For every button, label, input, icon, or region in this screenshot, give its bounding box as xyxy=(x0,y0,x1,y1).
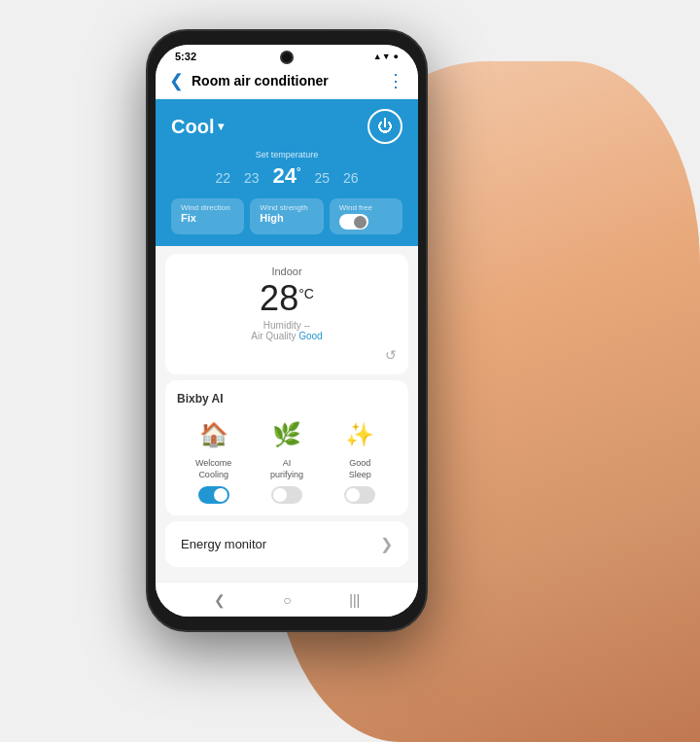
wind-strength-chip[interactable]: Wind strength High xyxy=(250,198,323,234)
top-nav: ❮ Room air conditioner ⋮ xyxy=(156,66,418,99)
ai-purifying-toggle[interactable] xyxy=(271,486,302,504)
wind-free-toggle[interactable] xyxy=(339,214,368,230)
wind-direction-chip[interactable]: Wind direction Fix xyxy=(171,198,244,234)
ai-purifying-label: AIpurifying xyxy=(270,458,303,480)
indoor-card-footer: ↺ xyxy=(177,347,397,363)
energy-monitor-row[interactable]: Energy monitor ❯ xyxy=(165,521,408,567)
bixby-good-sleep: ✨ GoodSleep xyxy=(340,415,379,504)
indoor-temp-unit: °C xyxy=(298,287,314,300)
indoor-temp-value: 28 xyxy=(260,281,298,316)
indoor-humidity: Humidity -- xyxy=(177,320,397,331)
energy-monitor-label: Energy monitor xyxy=(181,537,266,551)
energy-monitor-chevron: ❯ xyxy=(380,535,393,553)
wind-direction-label: Wind direction xyxy=(181,203,234,212)
main-content: Indoor 28 °C Humidity -- Air Quality Goo… xyxy=(156,246,418,582)
scene: 5:32 ▲▼ ● ❮ Room air conditioner ⋮ Cool … xyxy=(0,0,700,742)
welcome-cooling-knob xyxy=(214,488,228,502)
wind-direction-value: Fix xyxy=(181,212,234,224)
mode-text: Cool xyxy=(171,116,214,138)
good-sleep-icon: ✨ xyxy=(340,415,379,454)
good-sleep-toggle[interactable] xyxy=(344,486,375,504)
temperature-selector: 22 23 24° 25 26 xyxy=(171,163,402,189)
temp-25[interactable]: 25 xyxy=(314,170,330,186)
battery-icon: ● xyxy=(394,52,399,61)
temp-unit: ° xyxy=(297,165,300,177)
wind-free-label: Wind free xyxy=(339,203,372,212)
wind-strength-value: High xyxy=(260,212,313,224)
refresh-button[interactable]: ↺ xyxy=(385,347,397,363)
mode-arrow-icon: ▾ xyxy=(218,120,224,133)
temp-24-active[interactable]: 24° xyxy=(273,163,301,189)
good-sleep-label: GoodSleep xyxy=(349,458,371,480)
ac-header: Cool ▾ ⏻ Set temperature 22 23 24° 25 26 xyxy=(156,99,418,246)
power-button[interactable]: ⏻ xyxy=(368,109,402,144)
set-temp-label: Set temperature xyxy=(171,150,402,159)
welcome-cooling-toggle[interactable] xyxy=(198,486,229,504)
power-icon: ⏻ xyxy=(377,118,393,135)
phone-screen: 5:32 ▲▼ ● ❮ Room air conditioner ⋮ Cool … xyxy=(156,45,418,617)
bixby-ai-purifying: 🌿 AIpurifying xyxy=(267,415,306,504)
bixby-items: 🏠 WelcomeCooling 🌿 AIpurifying xyxy=(177,415,397,504)
page-title: Room air conditioner xyxy=(192,73,379,88)
wind-strength-label: Wind strength xyxy=(260,203,313,212)
ai-purifying-icon: 🌿 xyxy=(267,415,306,454)
air-quality-label: Air Quality xyxy=(251,331,296,341)
nav-back-button[interactable]: ❮ xyxy=(214,592,226,608)
air-quality-value: Good xyxy=(298,331,322,341)
indoor-card: Indoor 28 °C Humidity -- Air Quality Goo… xyxy=(165,254,408,374)
indoor-temperature: 28 °C xyxy=(177,281,397,316)
status-icons: ▲▼ ● xyxy=(373,52,399,61)
phone-device: 5:32 ▲▼ ● ❮ Room air conditioner ⋮ Cool … xyxy=(146,29,428,632)
ai-purifying-knob xyxy=(273,488,287,502)
mode-selector[interactable]: Cool ▾ xyxy=(171,116,224,138)
phone-camera xyxy=(280,51,294,64)
bixby-card: Bixby AI 🏠 WelcomeCooling 🌿 AIpurifying xyxy=(165,380,408,515)
indoor-label: Indoor xyxy=(177,265,397,277)
bixby-title: Bixby AI xyxy=(177,392,397,406)
status-time: 5:32 xyxy=(175,51,196,62)
welcome-cooling-icon: 🏠 xyxy=(194,415,233,454)
wind-free-chip[interactable]: Wind free xyxy=(330,198,402,234)
nav-home-button[interactable]: ○ xyxy=(283,592,291,608)
more-button[interactable]: ⋮ xyxy=(387,70,404,91)
back-button[interactable]: ❮ xyxy=(169,70,184,91)
welcome-cooling-label: WelcomeCooling xyxy=(195,458,231,480)
indoor-air-quality: Air Quality Good xyxy=(177,331,397,341)
controls-row: Wind direction Fix Wind strength High Wi… xyxy=(171,198,402,234)
nav-recent-button[interactable]: ||| xyxy=(349,592,360,608)
good-sleep-knob xyxy=(346,488,360,502)
bottom-nav: ❮ ○ ||| xyxy=(156,582,418,617)
temp-22[interactable]: 22 xyxy=(215,170,230,186)
signal-icon: ▲▼ xyxy=(373,52,391,61)
bixby-welcome-cooling: 🏠 WelcomeCooling xyxy=(194,415,233,504)
mode-row: Cool ▾ ⏻ xyxy=(171,109,402,144)
temp-26[interactable]: 26 xyxy=(343,170,359,186)
temp-23[interactable]: 23 xyxy=(244,170,260,186)
wind-free-knob xyxy=(354,216,367,229)
